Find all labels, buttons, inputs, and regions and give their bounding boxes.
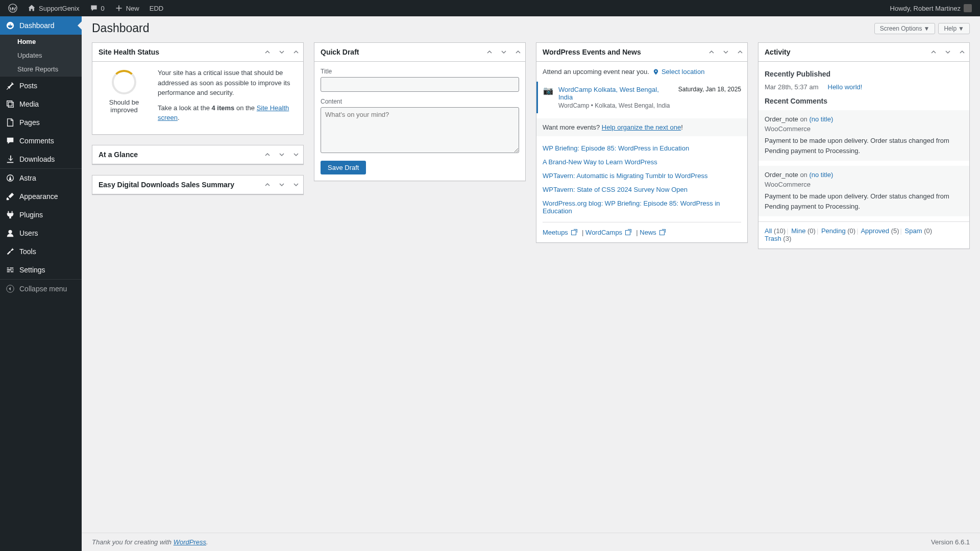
menu-label: Media	[19, 100, 39, 108]
avatar-icon	[964, 4, 972, 12]
filter-trash[interactable]: Trash	[765, 235, 781, 242]
menu-appearance[interactable]: Appearance	[0, 187, 82, 206]
comments-bubble[interactable]: 0	[86, 0, 109, 16]
menu-settings[interactable]: Settings	[0, 261, 82, 279]
move-down-button[interactable]	[275, 145, 289, 164]
wordcamps-link[interactable]: WordCamps	[585, 229, 630, 236]
toggle-button[interactable]	[955, 43, 969, 61]
move-up-button[interactable]	[260, 145, 275, 164]
filter-spam[interactable]: Spam	[905, 227, 922, 235]
menu-label: Tools	[19, 247, 36, 256]
user-account[interactable]: Howdy, Robert Martinez	[886, 0, 976, 16]
health-para-1: Your site has a critical issue that shou…	[158, 68, 297, 98]
menu-label: Comments	[19, 137, 54, 145]
wordpress-logo-icon	[8, 4, 17, 13]
move-up-button[interactable]	[704, 43, 719, 61]
menu-posts[interactable]: Posts	[0, 77, 82, 95]
health-para-2: Take a look at the 4 items on the Site H…	[158, 103, 297, 123]
widget-title: Site Health Status	[92, 43, 260, 61]
move-down-button[interactable]	[719, 43, 733, 61]
move-up-button[interactable]	[260, 176, 275, 194]
edd-menu[interactable]: EDD	[145, 0, 167, 16]
save-draft-button[interactable]: Save Draft	[321, 161, 366, 174]
menu-label: Users	[19, 229, 38, 237]
menu-label: Posts	[19, 82, 37, 90]
pin-icon	[5, 81, 15, 91]
draft-content-input[interactable]	[321, 107, 519, 153]
edd-sales-widget: Easy Digital Downloads Sales Summary	[92, 175, 304, 195]
svg-point-2	[8, 230, 12, 234]
move-up-button[interactable]	[482, 43, 497, 61]
move-up-button[interactable]	[926, 43, 941, 61]
post-link[interactable]: Hello world!	[828, 83, 863, 91]
menu-comments[interactable]: Comments	[0, 132, 82, 150]
move-down-button[interactable]	[941, 43, 955, 61]
organize-link[interactable]: Help organize the next one	[602, 123, 681, 131]
select-location-button[interactable]: Select location	[652, 68, 705, 76]
news-link[interactable]: WPTavern: Automattic is Migrating Tumblr…	[543, 172, 707, 180]
menu-label: Astra	[19, 174, 36, 182]
comment-item: Order_note on (no title) WooCommerce Pay…	[758, 166, 969, 216]
toggle-button[interactable]	[289, 145, 303, 164]
media-icon	[5, 99, 15, 109]
news-footer-link[interactable]: News	[640, 229, 664, 236]
news-link[interactable]: A Brand-New Way to Learn WordPress	[543, 158, 657, 166]
comments-count: 0	[101, 5, 105, 12]
draft-title-input[interactable]	[321, 77, 519, 92]
activity-widget: Activity Recently Published Mar 28th, 5:…	[758, 42, 970, 249]
menu-pages[interactable]: Pages	[0, 113, 82, 132]
move-up-button[interactable]	[260, 43, 275, 61]
wp-logo[interactable]	[4, 0, 21, 16]
toggle-button[interactable]	[289, 43, 303, 61]
news-link[interactable]: WP Briefing: Episode 85: WordPress in Ed…	[543, 144, 689, 152]
meetups-link[interactable]: Meetups	[543, 229, 576, 236]
submenu-home[interactable]: Home	[0, 35, 82, 48]
event-date: Saturday, Jan 18, 2025	[678, 86, 741, 109]
move-down-button[interactable]	[275, 176, 289, 194]
move-down-button[interactable]	[497, 43, 511, 61]
filter-all[interactable]: All	[765, 227, 772, 235]
title-label: Title	[321, 68, 519, 75]
main-content: Dashboard Screen Options ▼ Help ▼ Site H…	[82, 16, 980, 280]
site-name[interactable]: SupportGenix	[23, 0, 84, 16]
help-button[interactable]: Help ▼	[938, 23, 970, 34]
filter-pending[interactable]: Pending	[821, 227, 846, 235]
sliders-icon	[5, 265, 15, 275]
download-icon	[5, 154, 15, 164]
event-item: 📷 WordCamp Kolkata, West Bengal, India W…	[536, 82, 741, 113]
news-link[interactable]: WPTavern: State of CSS 2024 Survey Now O…	[543, 186, 688, 193]
chevron-down-icon: ▼	[958, 25, 964, 32]
menu-users[interactable]: Users	[0, 224, 82, 242]
move-down-button[interactable]	[275, 43, 289, 61]
toggle-button[interactable]	[511, 43, 525, 61]
menu-astra[interactable]: Astra	[0, 169, 82, 187]
news-link[interactable]: WordPress.org blog: WP Briefing: Episode…	[543, 199, 720, 215]
menu-downloads[interactable]: Downloads	[0, 150, 82, 168]
filter-mine[interactable]: Mine	[791, 227, 805, 235]
menu-plugins[interactable]: Plugins	[0, 206, 82, 224]
comment-text: Payment to be made upon delivery. Order …	[765, 136, 963, 156]
screen-options-button[interactable]: Screen Options ▼	[874, 23, 936, 34]
menu-tools[interactable]: Tools	[0, 242, 82, 261]
menu-dashboard[interactable]: Dashboard	[0, 16, 82, 35]
toggle-button[interactable]	[289, 176, 303, 194]
submenu-store-reports[interactable]: Store Reports	[0, 62, 82, 76]
menu-label: Dashboard	[19, 21, 55, 30]
recent-comments-heading: Recent Comments	[765, 97, 963, 105]
menu-media[interactable]: Media	[0, 95, 82, 113]
comment-post-link[interactable]: (no title)	[809, 171, 833, 179]
external-icon	[625, 230, 630, 235]
wordcamp-icon: 📷	[543, 86, 553, 109]
submenu-updates[interactable]: Updates	[0, 48, 82, 62]
user-icon	[5, 228, 15, 238]
comment-post-link[interactable]: (no title)	[809, 115, 833, 123]
plus-icon	[115, 4, 123, 12]
menu-label: Settings	[19, 266, 45, 274]
new-content[interactable]: New	[111, 0, 143, 16]
toggle-button[interactable]	[733, 43, 747, 61]
comment-filters: All (10)| Mine (0)| Pending (0)| Approve…	[758, 221, 969, 242]
filter-approved[interactable]: Approved	[861, 227, 889, 235]
at-a-glance-widget: At a Glance	[92, 145, 304, 165]
event-location: WordCamp • Kolkata, West Bengal, India	[558, 102, 673, 109]
event-link[interactable]: WordCamp Kolkata, West Bengal, India	[558, 86, 659, 101]
